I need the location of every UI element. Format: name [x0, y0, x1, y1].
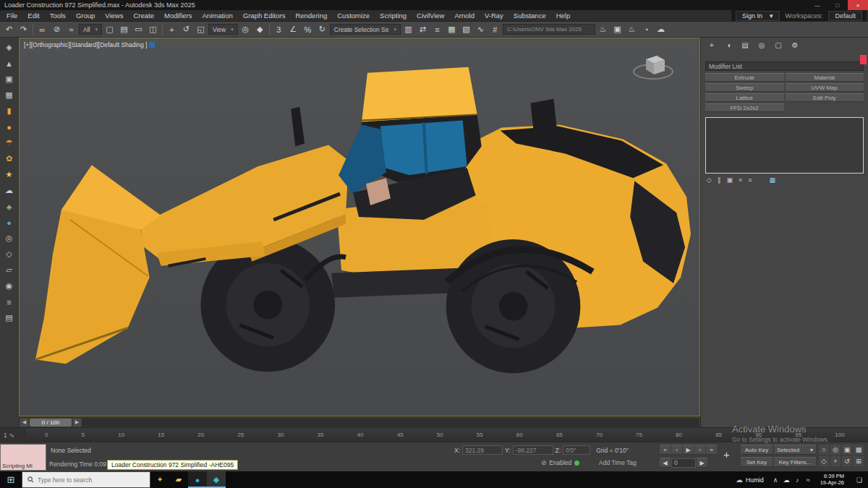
cortana-icon[interactable]: ✦: [150, 471, 169, 488]
modifier-button[interactable]: FFD 2x2x2: [705, 103, 784, 112]
auto-key-button[interactable]: Auto Key: [741, 445, 773, 455]
modifier-button[interactable]: UVW Map: [786, 83, 864, 92]
configure-modifier-sets-icon[interactable]: ≡: [748, 176, 752, 184]
tray-chevron-icon[interactable]: ∧: [770, 476, 781, 484]
pan-view-icon[interactable]: +: [830, 456, 841, 466]
orbit-icon[interactable]: ↺: [842, 456, 852, 466]
weather-widget[interactable]: ☁ Humid: [729, 476, 770, 484]
undo-icon[interactable]: ↶: [2, 23, 16, 36]
track-bar[interactable]: 1 ∿ 051015202530354045505560657075808590…: [0, 427, 868, 442]
time-slider[interactable]: ◀ 0 / 100 ▶: [19, 416, 700, 427]
loader-model[interactable]: [35, 67, 691, 373]
modifier-button[interactable]: Material: [786, 73, 864, 82]
view-cube[interactable]: [627, 50, 679, 87]
current-frame-field[interactable]: 0: [671, 458, 696, 468]
viewport[interactable]: [+][Orthographic][Standard][Default Shad…: [19, 38, 700, 416]
toggle-ribbon-icon[interactable]: ▧: [459, 23, 473, 36]
menu-item[interactable]: Group: [71, 12, 100, 20]
bind-to-space-warp-icon[interactable]: ≈: [64, 23, 78, 36]
percent-snap-icon[interactable]: %: [301, 23, 315, 36]
pan-zoom-widget-icon[interactable]: +: [723, 448, 730, 461]
layer-manager-icon[interactable]: ▦: [445, 23, 459, 36]
time-slider-track[interactable]: [82, 419, 699, 427]
display-tab-icon[interactable]: ▢: [773, 41, 783, 49]
select-by-name-icon[interactable]: ▤: [117, 23, 131, 36]
walkthrough-icon[interactable]: ▲: [3, 57, 16, 69]
render-iterative-icon[interactable]: ◔: [639, 23, 653, 36]
motion-tab-icon[interactable]: ◎: [757, 41, 767, 49]
menu-item[interactable]: Substance: [509, 12, 551, 20]
maximize-button[interactable]: □: [827, 0, 848, 10]
spinner-snap-icon[interactable]: ↻: [315, 23, 329, 36]
key-filters-button[interactable]: Key Filters...: [774, 457, 816, 467]
modifier-button[interactable]: Extrude: [705, 73, 784, 82]
key-previous-icon[interactable]: ◀: [660, 458, 671, 468]
menu-item[interactable]: V-Ray: [480, 12, 509, 20]
render-production-icon[interactable]: ♨: [625, 23, 639, 36]
curve-editor-icon[interactable]: ∿: [474, 23, 488, 36]
modifier-list-dropdown[interactable]: Modifier List: [705, 61, 864, 71]
snaps-toggle-icon[interactable]: 3: [272, 23, 286, 36]
render-setup-icon[interactable]: ♨: [596, 23, 610, 36]
droplet-icon[interactable]: ●: [3, 216, 16, 228]
flower-icon[interactable]: ✿: [3, 153, 16, 165]
layers-icon[interactable]: ▤: [3, 312, 16, 324]
network-icon[interactable]: ≈: [803, 476, 814, 484]
sphere-icon[interactable]: ●: [3, 121, 16, 133]
previous-frame-button[interactable]: ‹: [671, 445, 682, 455]
file-explorer-icon[interactable]: ▰: [169, 471, 188, 488]
z-coordinate-field[interactable]: 0'0": [563, 445, 590, 455]
modifier-button[interactable]: Edit Poly: [786, 93, 864, 102]
search-input[interactable]: [38, 476, 139, 484]
close-button[interactable]: ×: [848, 0, 868, 10]
corner-edit-icon[interactable]: ▦: [769, 176, 775, 184]
modifier-button[interactable]: Lattice: [705, 93, 784, 102]
taskbar-search[interactable]: [22, 471, 150, 488]
menu-item[interactable]: Rendering: [290, 12, 332, 20]
menu-item[interactable]: Views: [100, 12, 128, 20]
onedrive-icon[interactable]: ☁: [781, 476, 792, 484]
modify-tab-icon[interactable]: ◑: [723, 41, 733, 49]
menu-item[interactable]: Arnold: [449, 12, 479, 20]
project-path-field[interactable]: C:\Users\ONV 3ds Max 2025: [503, 24, 595, 35]
zoom-extents-icon[interactable]: ▣: [842, 445, 852, 455]
minimize-button[interactable]: —: [807, 0, 827, 10]
list-icon[interactable]: ≡: [3, 296, 16, 308]
edge-browser-icon[interactable]: ●: [188, 471, 207, 488]
field-of-view-icon[interactable]: ◇: [819, 456, 829, 466]
select-and-manipulate-icon[interactable]: ◆: [253, 23, 267, 36]
grid-icon[interactable]: ▦: [3, 89, 16, 101]
menu-item[interactable]: Animation: [197, 12, 238, 20]
x-coordinate-field[interactable]: 321.29: [462, 445, 503, 455]
modifier-stack[interactable]: [705, 117, 864, 174]
menu-item[interactable]: Help: [551, 12, 576, 20]
play-button[interactable]: ▶: [683, 445, 694, 455]
remove-modifier-icon[interactable]: ×: [739, 176, 742, 184]
utilities-tab-icon[interactable]: ⚙: [790, 41, 800, 49]
selection-region-icon[interactable]: ▭: [132, 23, 145, 36]
modifier-button[interactable]: Sweep: [705, 83, 784, 92]
viewport-canvas[interactable]: [20, 38, 699, 416]
create-tab-icon[interactable]: +: [707, 41, 717, 49]
select-object-icon[interactable]: ▢: [103, 23, 116, 36]
time-slider-handle[interactable]: 0 / 100: [30, 419, 72, 427]
edit-named-selections-icon[interactable]: ▥: [401, 23, 415, 36]
add-time-tag[interactable]: Add Time Tag: [599, 459, 637, 466]
wire-sphere-icon[interactable]: ◉: [3, 280, 16, 292]
umbrella-icon[interactable]: ☂: [3, 137, 16, 149]
align-icon[interactable]: ≡: [430, 23, 444, 36]
hand-tool-icon[interactable]: ◈: [3, 41, 16, 53]
zoom-extents-all-icon[interactable]: ▩: [854, 445, 864, 455]
maximize-viewport-icon[interactable]: ⊞: [854, 456, 864, 466]
zoom-all-icon[interactable]: ◎: [830, 445, 841, 455]
angle-snap-icon[interactable]: ∠: [286, 23, 300, 36]
cylinder-icon[interactable]: ▮: [3, 105, 16, 117]
select-and-move-icon[interactable]: +: [165, 23, 179, 36]
select-and-rotate-icon[interactable]: ↺: [179, 23, 193, 36]
show-end-result-icon[interactable]: ∥: [718, 176, 721, 184]
menu-item[interactable]: Customize: [332, 12, 375, 20]
zoom-icon[interactable]: ○: [819, 445, 829, 455]
menu-item[interactable]: File: [1, 12, 22, 20]
menu-item[interactable]: Graph Editors: [238, 12, 291, 20]
star-icon[interactable]: ★: [3, 168, 16, 181]
